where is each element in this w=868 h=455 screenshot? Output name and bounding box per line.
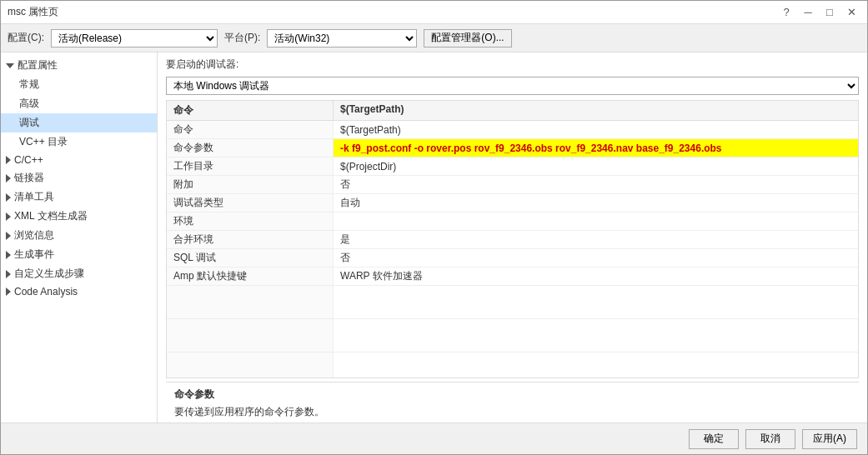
properties-table: 命令 $(TargetPath) 命令 $(TargetPath) 命令参数 -… (166, 100, 859, 378)
prop-key: 调试器类型 (167, 194, 334, 212)
table-header-row: 命令 $(TargetPath) (167, 101, 858, 121)
sidebar-root-label: 配置属性 (18, 58, 58, 72)
prop-value (334, 212, 858, 230)
header-key: 命令 (167, 101, 334, 120)
prop-key: 命令参数 (167, 139, 334, 157)
collapse-icon (6, 193, 11, 202)
sidebar-root-item[interactable]: 配置属性 (1, 56, 157, 75)
sidebar-item-label: Code Analysis (14, 286, 78, 298)
table-row-empty (167, 286, 858, 319)
title-bar: msc 属性页 ? ─ □ ✕ (1, 1, 867, 24)
config-select[interactable]: 活动(Release)DebugRelease (51, 29, 218, 48)
platform-label: 平台(P): (224, 31, 260, 45)
prop-key: 命令 (167, 121, 334, 138)
sidebar-item-label: XML 文档生成器 (14, 209, 88, 223)
debugger-select[interactable]: 本地 Windows 调试器 (166, 77, 859, 95)
collapse-icon (6, 156, 11, 164)
sidebar-item-label: 高级 (19, 97, 39, 111)
expand-icon (6, 63, 14, 68)
sidebar-item-tiaoshi[interactable]: 调试 (1, 113, 157, 132)
sidebar-item-label: 自定义生成步骤 (14, 267, 84, 281)
prop-value: $(TargetPath) (334, 121, 858, 138)
prop-key: 合并环境 (167, 231, 334, 248)
section-header: 要启动的调试器: (158, 52, 867, 75)
maximize-button[interactable]: □ (820, 3, 839, 22)
prop-key: 环境 (167, 212, 334, 230)
prop-key: 工作目录 (167, 158, 334, 175)
sidebar-item-browse[interactable]: 浏览信息 (1, 226, 157, 245)
sidebar-item-label: VC++ 目录 (19, 135, 68, 149)
prop-value: 是 (334, 231, 858, 248)
sidebar-item-xml[interactable]: XML 文档生成器 (1, 207, 157, 226)
sidebar-item-label: 常规 (19, 78, 39, 92)
sidebar-item-label: 生成事件 (14, 248, 54, 262)
table-row[interactable]: 环境 (167, 212, 858, 231)
header-value: $(TargetPath) (334, 101, 858, 120)
prop-value: 否 (334, 249, 858, 267)
sidebar-item-cpp[interactable]: C/C++ (1, 152, 157, 168)
prop-key: SQL 调试 (167, 249, 334, 267)
platform-select[interactable]: 活动(Win32)Win32x64 (267, 29, 417, 48)
ok-button[interactable]: 确定 (689, 429, 739, 449)
sidebar-item-label: C/C++ (14, 154, 43, 166)
cancel-button[interactable]: 取消 (745, 429, 795, 449)
sidebar-item-manifest[interactable]: 清单工具 (1, 188, 157, 207)
prop-value: 否 (334, 176, 858, 193)
table-row[interactable]: 工作目录 $(ProjectDir) (167, 158, 858, 176)
prop-value-highlight: -k f9_post.conf -o rover.pos rov_f9_2346… (334, 139, 858, 157)
collapse-icon (6, 288, 11, 296)
table-row[interactable]: 命令 $(TargetPath) (167, 121, 858, 139)
table-row[interactable]: SQL 调试 否 (167, 249, 858, 268)
collapse-icon (6, 270, 11, 278)
collapse-icon (6, 212, 11, 221)
prop-key: Amp 默认快捷键 (167, 268, 334, 285)
content-area: 要启动的调试器: 本地 Windows 调试器 命令 $(TargetPath)… (158, 52, 867, 422)
sidebar-item-vcpp[interactable]: VC++ 目录 (1, 132, 157, 152)
main-window: msc 属性页 ? ─ □ ✕ 配置(C): 活动(Release)DebugR… (0, 0, 868, 455)
toolbar: 配置(C): 活动(Release)DebugRelease 平台(P): 活动… (1, 24, 867, 52)
footer: 确定 取消 应用(A) (1, 422, 867, 454)
table-row[interactable]: 调试器类型 自动 (167, 194, 858, 212)
sidebar-item-code-analysis[interactable]: Code Analysis (1, 283, 157, 300)
sidebar-item-label: 清单工具 (14, 190, 54, 204)
sidebar-item-label: 浏览信息 (14, 228, 54, 242)
sidebar-item-build-events[interactable]: 生成事件 (1, 245, 157, 264)
bottom-info: 命令参数 要传递到应用程序的命令行参数。 (166, 382, 859, 422)
sidebar-item-label: 链接器 (14, 171, 44, 185)
help-button[interactable]: ? (777, 3, 795, 22)
collapse-icon (6, 174, 11, 182)
table-row-empty (167, 352, 858, 378)
collapse-icon (6, 232, 11, 240)
sidebar-item-changgui[interactable]: 常规 (1, 75, 157, 94)
table-row[interactable]: Amp 默认快捷键 WARP 软件加速器 (167, 268, 858, 286)
bottom-info-desc: 要传递到应用程序的命令行参数。 (174, 405, 850, 419)
table-row[interactable]: 附加 否 (167, 176, 858, 194)
table-row[interactable]: 命令参数 -k f9_post.conf -o rover.pos rov_f9… (167, 139, 858, 158)
prop-value: $(ProjectDir) (334, 158, 858, 175)
table-row-empty (167, 319, 858, 352)
main-content: 配置属性 常规 高级 调试 VC++ 目录 C/C++ 链接器 (1, 52, 867, 422)
prop-key: 附加 (167, 176, 334, 193)
table-row[interactable]: 合并环境 是 (167, 231, 858, 249)
collapse-icon (6, 251, 11, 259)
manage-config-button[interactable]: 配置管理器(O)... (424, 29, 511, 48)
apply-button[interactable]: 应用(A) (802, 429, 857, 449)
sidebar-item-label: 调试 (19, 116, 39, 130)
title-controls: ? ─ □ ✕ (777, 3, 860, 22)
sidebar-item-gaoji[interactable]: 高级 (1, 94, 157, 113)
debugger-select-row: 本地 Windows 调试器 (158, 75, 867, 100)
prop-value: WARP 软件加速器 (334, 268, 858, 285)
bottom-info-title: 命令参数 (174, 388, 850, 402)
sidebar: 配置属性 常规 高级 调试 VC++ 目录 C/C++ 链接器 (1, 52, 158, 422)
sidebar-item-custom-build[interactable]: 自定义生成步骤 (1, 264, 157, 283)
config-label: 配置(C): (8, 31, 44, 45)
sidebar-item-linker[interactable]: 链接器 (1, 168, 157, 188)
minimize-button[interactable]: ─ (799, 3, 817, 22)
prop-value: 自动 (334, 194, 858, 212)
window-title: msc 属性页 (8, 5, 58, 19)
close-button[interactable]: ✕ (842, 3, 860, 22)
